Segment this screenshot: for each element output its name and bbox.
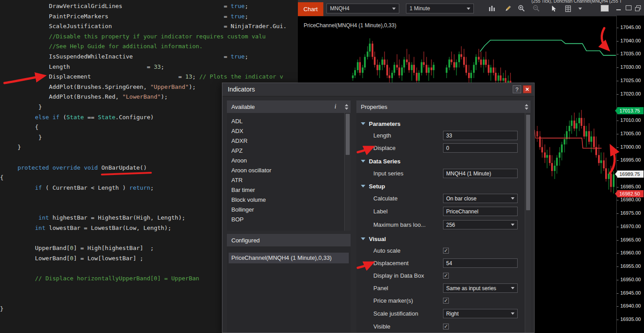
available-list-items: ADLADXADXRAPZAroonAroon oscillatorATRBar… — [227, 117, 344, 225]
chevron-down-icon[interactable] — [511, 197, 514, 200]
property-label: Input series — [373, 169, 441, 179]
chevron-down-icon[interactable] — [511, 312, 514, 315]
checkmark-icon: ✓ — [444, 248, 448, 253]
section-label: Parameters — [369, 121, 401, 127]
section-row-parameters[interactable]: Parameters — [361, 119, 401, 129]
property-dropdown[interactable]: Same as input series — [443, 283, 518, 293]
scrollbar-thumb[interactable] — [346, 114, 350, 155]
available-indicator-item[interactable]: Aroon — [227, 156, 344, 166]
spin-down-icon[interactable] — [525, 108, 528, 110]
axis-tick-label: 17030.00 — [620, 64, 641, 70]
spin-down-icon[interactable] — [345, 108, 348, 110]
indicators-dialog: Indicators ? ✕ Available i ADLADXADXRAPZ… — [222, 83, 535, 333]
close-button[interactable]: ✕ — [523, 85, 531, 93]
axis-tick-label: 16980.00 — [620, 197, 641, 202]
spin-up-icon[interactable] — [345, 104, 348, 106]
dropdown-chevron-icon[interactable] — [577, 4, 583, 13]
available-indicator-item[interactable]: ADL — [227, 117, 344, 126]
collapse-triangle-icon[interactable] — [361, 185, 365, 187]
property-label: Label — [373, 207, 441, 216]
properties-scrollbar[interactable] — [525, 113, 531, 333]
code-line: Displacement = 13; // Plots the indicato… — [0, 72, 298, 82]
property-dropdown[interactable]: 256 — [443, 220, 518, 229]
field-value: 0 — [446, 145, 449, 151]
chart-tab[interactable]: Chart — [298, 2, 323, 16]
axis-tick-mark — [617, 213, 619, 214]
property-dropdown[interactable]: On bar close — [443, 194, 518, 203]
property-checkbox[interactable]: ✓ — [443, 298, 449, 304]
price-ladder-icon[interactable] — [563, 4, 573, 13]
checkmark-icon: ✓ — [444, 324, 448, 329]
available-indicator-item[interactable]: Aroon oscillator — [227, 166, 344, 175]
interval-select[interactable]: 1 Minute — [406, 4, 474, 13]
configured-list-items: PriceChannel(MNQH4 (1 Minute),0,33) — [227, 253, 351, 263]
available-indicator-item[interactable]: Bar timer — [227, 185, 344, 195]
chevron-down-icon[interactable] — [511, 224, 514, 226]
drawing-tools-icon[interactable] — [502, 4, 512, 13]
property-label: Panel — [373, 283, 441, 293]
available-indicator-item[interactable]: Block volume — [227, 195, 344, 205]
configured-header: Configured — [227, 234, 351, 246]
chevron-down-icon[interactable] — [511, 287, 514, 289]
collapse-triangle-icon[interactable] — [361, 237, 365, 240]
available-indicator-item[interactable]: ATR — [227, 175, 344, 185]
cursor-icon[interactable] — [549, 4, 559, 13]
axis-tick-label: 16995.00 — [620, 157, 641, 162]
property-checkbox[interactable]: ✓ — [443, 273, 449, 279]
properties-grid: ParametersLength33Displace0Data SeriesIn… — [356, 113, 531, 333]
property-input[interactable]: PriceChannel — [443, 207, 518, 216]
axis-tick-label: 17035.00 — [620, 51, 641, 56]
scrollbar-thumb[interactable] — [526, 115, 530, 210]
minimize-icon[interactable] — [615, 4, 622, 11]
zoom-out-icon[interactable] — [531, 4, 541, 13]
property-input[interactable]: 0 — [443, 143, 518, 153]
price-axis[interactable]: 17045.0017040.0017035.0017030.0017025.00… — [616, 16, 644, 333]
property-dropdown[interactable]: Right — [443, 309, 518, 318]
property-checkbox[interactable]: ✓ — [443, 324, 449, 329]
property-input[interactable]: 33 — [443, 131, 518, 140]
axis-tick-label: 16960.00 — [620, 250, 641, 255]
property-input[interactable]: MNQH4 (1 Minute) — [443, 169, 518, 178]
field-value: 33 — [446, 133, 452, 139]
zoom-in-icon[interactable] — [517, 4, 527, 13]
available-indicator-item[interactable]: BOP — [227, 215, 344, 225]
collapse-triangle-icon[interactable] — [361, 160, 365, 162]
available-indicator-item[interactable]: APZ — [227, 146, 344, 156]
axis-tick-mark — [617, 147, 619, 148]
section-row-visual[interactable]: Visual — [361, 234, 386, 244]
restore-icon[interactable] — [635, 4, 642, 11]
spin-up-icon[interactable] — [525, 104, 528, 106]
property-label: Maximum bars loo... — [373, 220, 441, 230]
available-spin-buttons[interactable] — [342, 100, 351, 113]
available-indicator-item[interactable]: Bollinger — [227, 205, 344, 215]
section-row-data-series[interactable]: Data Series — [361, 156, 401, 166]
available-indicator-item[interactable]: ADX — [227, 126, 344, 136]
axis-tick-mark — [617, 41, 619, 42]
collapse-triangle-icon[interactable] — [361, 122, 365, 125]
axis-tick-mark — [617, 293, 619, 294]
dialog-title: Indicators — [228, 86, 255, 93]
section-row-setup[interactable]: Setup — [361, 181, 385, 191]
property-input[interactable]: 54 — [443, 258, 518, 268]
info-icon[interactable]: i — [335, 103, 338, 110]
property-checkbox[interactable]: ✓ — [443, 248, 449, 254]
dialog-titlebar[interactable]: Indicators ? ✕ — [222, 83, 534, 96]
help-button[interactable]: ? — [513, 85, 521, 93]
code-line: Length = 33; — [0, 62, 298, 72]
code-line: //Disable this property if your indicato… — [0, 32, 298, 42]
configured-indicator-item[interactable]: PriceChannel(MNQH4 (1 Minute),0,33) — [229, 253, 349, 263]
chart-style-icon[interactable] — [487, 4, 497, 13]
properties-spin-buttons[interactable] — [523, 100, 531, 113]
property-label: Displace — [373, 143, 441, 153]
available-list: ADLADXADXRAPZAroonAroon oscillatorATRBar… — [227, 113, 351, 231]
checkmark-icon: ✓ — [444, 298, 448, 303]
axis-tick-mark — [617, 306, 619, 307]
blank-window-icon[interactable] — [601, 5, 609, 12]
axis-tick-mark — [617, 134, 619, 134]
maximize-icon[interactable] — [625, 4, 632, 11]
code-line: PaintPriceMarkers = true; — [0, 12, 298, 22]
available-indicator-item[interactable]: ADXR — [227, 136, 344, 146]
instrument-select[interactable]: MNQH4 — [326, 4, 399, 13]
checkmark-icon: ✓ — [444, 273, 448, 278]
available-scrollbar[interactable] — [344, 113, 351, 231]
